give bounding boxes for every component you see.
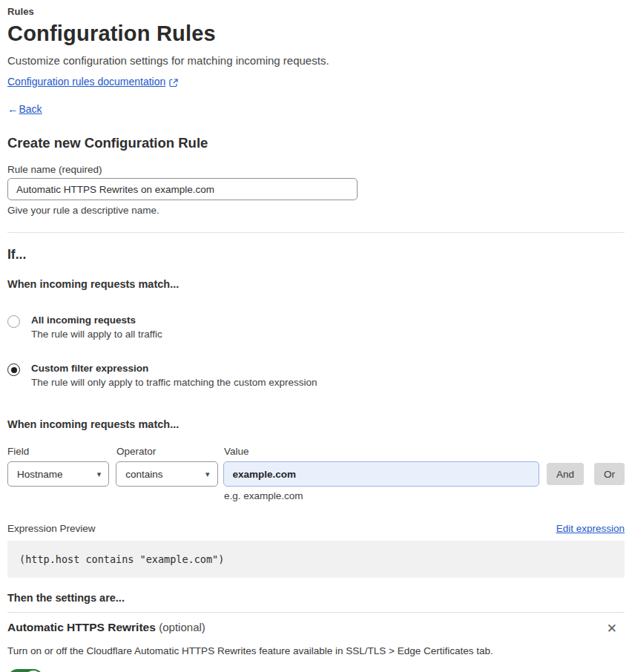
and-button[interactable]: And xyxy=(547,463,584,485)
match-heading: When incoming requests match... xyxy=(7,278,625,290)
field-label: Field xyxy=(7,446,116,457)
then-settings-heading: Then the settings are... xyxy=(7,592,625,604)
rule-name-input[interactable] xyxy=(7,178,358,200)
expression-preview-label: Expression Preview xyxy=(7,523,96,534)
create-rule-title: Create new Configuration Rule xyxy=(7,135,625,151)
page-title: Configuration Rules xyxy=(7,22,625,46)
radio-option-label: All incoming requests xyxy=(31,314,162,326)
or-button[interactable]: Or xyxy=(594,463,625,485)
back-arrow-icon: ← xyxy=(7,103,19,115)
radio-selected-icon[interactable] xyxy=(7,363,20,376)
radio-option-all-incoming-requests[interactable]: All incoming requests The rule will appl… xyxy=(7,314,625,340)
rule-name-helper: Give your rule a descriptive name. xyxy=(7,205,625,216)
setting-description: Turn on or off the Cloudflare Automatic … xyxy=(7,645,625,656)
radio-option-description: The rule will only apply to traffic matc… xyxy=(31,377,317,388)
radio-unselected-icon[interactable] xyxy=(7,315,20,328)
rule-name-label: Rule name (required) xyxy=(7,164,625,175)
breadcrumb: Rules xyxy=(7,6,625,17)
close-icon[interactable]: ✕ xyxy=(604,621,620,636)
value-helper-text: e.g. example.com xyxy=(224,490,625,501)
field-select-value: Hostname xyxy=(17,469,63,480)
operator-select-value: contains xyxy=(125,469,162,480)
builder-heading: When incoming requests match... xyxy=(7,418,625,430)
operator-label: Operator xyxy=(116,446,224,457)
radio-option-custom-filter-expression[interactable]: Custom filter expression The rule will o… xyxy=(7,363,625,388)
value-label: Value xyxy=(224,446,249,457)
page-subtitle: Customize configuration settings for mat… xyxy=(7,54,625,67)
radio-option-label: Custom filter expression xyxy=(31,363,317,374)
edit-expression-link[interactable]: Edit expression xyxy=(556,523,625,534)
setting-title: Automatic HTTPS Rewrites xyxy=(7,621,156,633)
setting-optional-label: (optional) xyxy=(159,621,205,633)
chevron-down-icon: ▾ xyxy=(205,470,210,479)
chevron-down-icon: ▾ xyxy=(97,470,102,479)
configuration-rules-page: Rules Configuration Rules Customize conf… xyxy=(0,0,632,672)
value-input[interactable] xyxy=(223,461,539,487)
section-divider xyxy=(7,232,625,233)
operator-select[interactable]: contains ▾ xyxy=(116,461,217,487)
radio-option-description: The rule will apply to all traffic xyxy=(31,329,162,340)
back-link[interactable]: ← Back xyxy=(7,103,625,115)
expression-preview-code: (http.host contains "example.com") xyxy=(7,541,625,578)
back-link-label[interactable]: Back xyxy=(19,103,42,115)
setting-divider xyxy=(7,612,625,613)
documentation-link[interactable]: Configuration rules documentation xyxy=(7,76,165,88)
external-link-icon xyxy=(169,77,178,86)
automatic-https-rewrites-toggle[interactable]: ✓ xyxy=(7,669,44,672)
if-heading: If... xyxy=(7,247,625,263)
field-select[interactable]: Hostname ▾ xyxy=(7,461,109,487)
